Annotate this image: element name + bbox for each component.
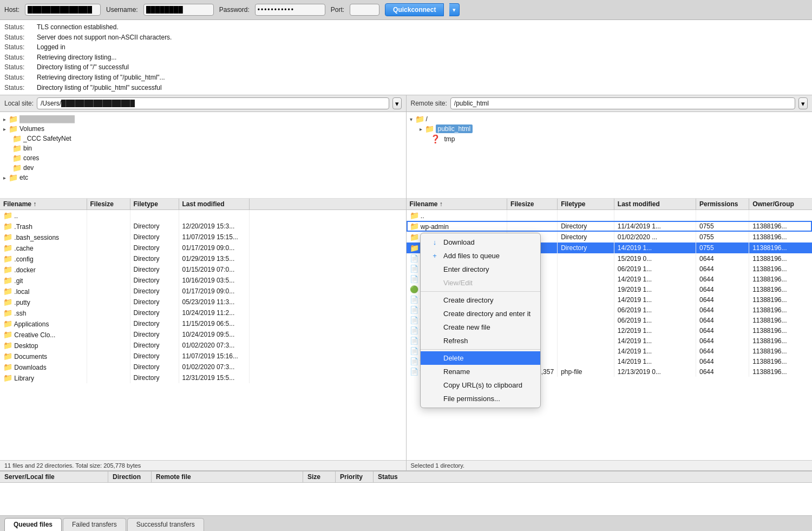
local-file-row[interactable]: 📁 Documents Directory 11/07/2019 15:16..… — [0, 351, 406, 362]
file-name: 📁 .putty — [0, 297, 87, 307]
local-file-row[interactable]: 📁 .cache Directory 01/17/2019 09:0... — [0, 242, 406, 253]
col-header-owner[interactable]: Owner/Group — [749, 199, 812, 210]
local-file-row[interactable]: 📁 Desktop Directory 01/02/2020 07:3... — [0, 340, 406, 351]
remote-tree-item-root[interactable]: ▾ 📁 / — [407, 114, 813, 124]
col-header-modified[interactable]: Last modified — [614, 199, 696, 210]
col-header-filetype[interactable]: Filetype — [130, 199, 179, 210]
col-header-filename[interactable]: Filename ↑ — [0, 199, 87, 210]
context-menu-create-dir[interactable]: Create directory — [421, 293, 540, 307]
remote-site-dropdown[interactable]: ▾ — [798, 97, 808, 109]
local-file-row[interactable]: 📁 Applications Directory 11/15/2019 06:5… — [0, 318, 406, 329]
col-header-modified[interactable]: Last modified — [179, 199, 249, 210]
local-file-row[interactable]: 📁 .. — [0, 210, 406, 221]
context-menu-rename[interactable]: Rename — [421, 365, 540, 378]
col-header-filename[interactable]: Filename ↑ — [407, 199, 507, 210]
file-extra — [249, 210, 406, 221]
file-modified: 14/2019 1... — [614, 242, 696, 253]
context-menu-add-queue[interactable]: + Add files to queue — [421, 249, 540, 263]
local-tree-item[interactable]: 📁 bin — [0, 143, 406, 153]
local-file-row[interactable]: 📁 .git Directory 10/16/2019 03:5... — [0, 275, 406, 286]
file-size — [87, 307, 130, 318]
local-site-dropdown[interactable]: ▾ — [392, 97, 402, 109]
remote-tree-item-tmp[interactable]: ❓ tmp — [407, 134, 813, 145]
remote-tree-item-public-html[interactable]: ▸ 📁 public_html — [407, 124, 813, 134]
local-tree-item[interactable]: ▸ 📁 Volumes — [0, 124, 406, 134]
context-menu[interactable]: ↓ Download + Add files to queue Enter di… — [420, 233, 541, 408]
local-file-row[interactable]: 📁 .local Directory 01/17/2019 09:0... — [0, 286, 406, 297]
local-file-row[interactable]: 📁 Creative Clo... Directory 10/24/2019 0… — [0, 329, 406, 340]
local-tree-item[interactable]: ▸ 📁 ████████████ — [0, 114, 406, 124]
tab-successful-transfers[interactable]: Successful transfers — [127, 518, 204, 531]
col-header-filesize[interactable]: Filesize — [87, 199, 130, 210]
file-extra — [249, 264, 406, 275]
local-file-row[interactable]: 📁 Downloads Directory 01/02/2020 07:3... — [0, 362, 406, 372]
context-menu-file-perms[interactable]: File permissions... — [421, 392, 540, 405]
file-icon: 📄 — [410, 326, 418, 335]
context-menu-enter-dir[interactable]: Enter directory — [421, 263, 540, 276]
local-file-row[interactable]: 📁 .Trash Directory 12/20/2019 15:3... — [0, 221, 406, 232]
tab-queued-files[interactable]: Queued files — [4, 518, 62, 531]
file-type — [558, 253, 614, 264]
context-menu-download[interactable]: ↓ Download — [421, 235, 540, 249]
host-input[interactable] — [25, 4, 101, 16]
col-header-filesize[interactable]: Filesize — [507, 199, 558, 210]
file-extra — [249, 362, 406, 372]
local-tree-item[interactable]: 📁 cores — [0, 153, 406, 163]
file-size — [87, 372, 130, 383]
file-icon: 📄 — [410, 275, 418, 283]
port-input[interactable] — [350, 4, 379, 16]
file-owner: 11388196... — [749, 336, 812, 346]
local-tree-item[interactable]: ▸ 📁 etc — [0, 173, 406, 182]
col-header-permissions[interactable]: Permissions — [696, 199, 749, 210]
file-type: Directory — [130, 351, 179, 362]
context-menu-delete[interactable]: Delete — [421, 351, 540, 365]
file-size — [87, 318, 130, 329]
context-menu-create-file[interactable]: Create new file — [421, 320, 540, 334]
local-file-row[interactable]: 📁 .bash_sessions Directory 11/07/2019 15… — [0, 232, 406, 242]
file-icon: 📄 — [410, 347, 418, 355]
file-type: php-file — [558, 366, 614, 377]
file-modified: 01/02/2020 ... — [614, 232, 696, 242]
file-modified — [179, 210, 249, 221]
remote-site-path[interactable] — [450, 97, 795, 109]
local-file-row[interactable]: 📁 .ssh Directory 10/24/2019 11:2... — [0, 307, 406, 318]
remote-file-row[interactable]: 📁 wp-admin Directory 11/14/2019 1... 075… — [407, 221, 813, 232]
local-site-path[interactable] — [37, 97, 389, 109]
context-menu-view-edit[interactable]: View/Edit — [421, 276, 540, 290]
local-file-list[interactable]: Filename ↑ Filesize Filetype Last modifi… — [0, 199, 406, 460]
file-modified: 12/31/2019 15:5... — [179, 372, 249, 383]
local-file-row[interactable]: 📁 .putty Directory 05/23/2019 11:3... — [0, 297, 406, 307]
local-tree-item[interactable]: 📁 _CCC SafetyNet — [0, 134, 406, 143]
remote-file-row[interactable]: 📁 .. — [407, 210, 813, 221]
context-menu-copy-url[interactable]: Copy URL(s) to clipboard — [421, 378, 540, 392]
file-type: Directory — [130, 297, 179, 307]
folder-icon: 📁 — [12, 144, 22, 153]
context-menu-refresh[interactable]: Refresh — [421, 334, 540, 348]
file-type: Directory — [130, 340, 179, 351]
col-header-filetype[interactable]: Filetype — [558, 199, 614, 210]
remote-tree-pane[interactable]: ▾ 📁 / ▸ 📁 public_html ❓ tmp — [407, 112, 813, 199]
file-permissions: 0644 — [696, 346, 749, 356]
status-row: Status:Retrieving directory listing of "… — [4, 73, 808, 83]
tab-failed-transfers[interactable]: Failed transfers — [63, 518, 126, 531]
context-menu-create-dir-enter[interactable]: Create directory and enter it — [421, 307, 540, 320]
file-extra — [249, 372, 406, 383]
local-tree-pane[interactable]: ▸ 📁 ████████████ ▸ 📁 Volumes 📁 _CCC Safe… — [0, 112, 406, 199]
local-file-row[interactable]: 📁 Library Directory 12/31/2019 15:5... — [0, 372, 406, 383]
file-name: 📁 .git — [0, 275, 87, 286]
local-file-row[interactable]: 📁 .docker Directory 01/15/2019 07:0... — [0, 264, 406, 275]
password-input[interactable] — [255, 4, 325, 16]
file-size — [87, 340, 130, 351]
file-extra — [249, 232, 406, 242]
quickconnect-dropdown-button[interactable]: ▾ — [449, 3, 460, 16]
port-label: Port: — [331, 6, 344, 14]
file-icon: 📄 — [410, 316, 418, 324]
file-size — [87, 275, 130, 286]
add-queue-icon: + — [430, 252, 439, 260]
local-tree-item[interactable]: 📁 dev — [0, 163, 406, 173]
col-header-extra[interactable] — [249, 199, 406, 210]
local-file-row[interactable]: 📁 .config Directory 01/29/2019 13:5... — [0, 253, 406, 264]
quickconnect-button[interactable]: Quickconnect — [385, 3, 444, 16]
username-input[interactable] — [143, 4, 214, 16]
folder-icon: 📁 — [9, 124, 18, 133]
